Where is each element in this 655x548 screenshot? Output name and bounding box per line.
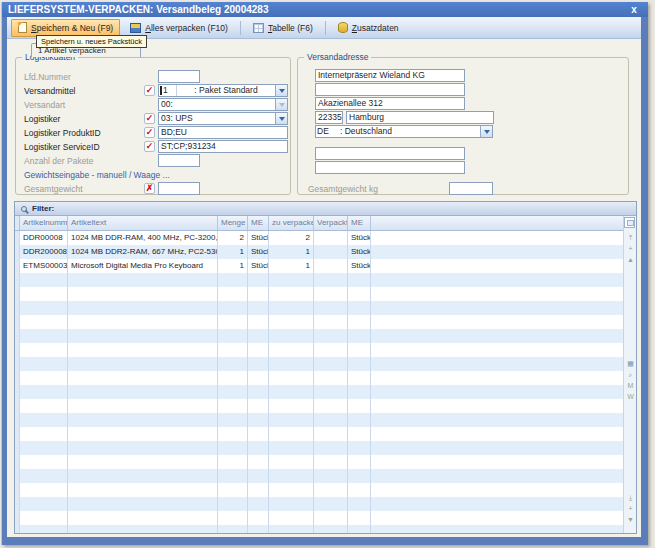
cell-verpackt [314,455,348,469]
cell-me [248,427,269,441]
scroll-to-top-icon[interactable]: ⤒ [624,232,637,243]
grid-row-empty[interactable] [15,385,623,399]
grid-row-empty[interactable] [15,511,623,525]
column-header-verpackt[interactable]: Verpackt [314,216,348,230]
grid-row-empty[interactable] [15,441,623,455]
grid-row-empty[interactable] [15,427,623,441]
logistiker-combo[interactable]: 03: UPS [158,112,288,125]
cell-artikelnummer [20,329,68,343]
additional-data-button[interactable]: Zusatzdaten [331,19,406,37]
cell-artikeltext [68,511,218,525]
grid-row-empty[interactable] [15,343,623,357]
grid-row-3[interactable]: ETMS00003Microsoft Digital Media Pro Key… [15,259,623,273]
cell-artikelnummer [20,525,68,533]
versandmittel-dropdown-icon[interactable] [275,85,287,96]
zoom-icon[interactable]: ⌕ [624,369,637,380]
sort-icon[interactable]: M [624,380,637,391]
cell-artikeltext [68,497,218,511]
cell-verpackt [314,497,348,511]
add-row-bottom-icon[interactable]: + [624,503,637,514]
cell-artikelnummer: ETMS00003 [20,259,68,273]
total-weight-kg-input[interactable] [449,182,493,195]
save-and-new-button[interactable]: Speichern & Neu (F9) [11,19,120,37]
address-country-combo[interactable]: DE : Deutschland [315,125,493,138]
address-name1-input[interactable]: Internetpräsenz Wieland KG [315,69,465,82]
add-row-icon[interactable]: + [624,243,637,254]
address-extra2-input[interactable] [315,161,465,174]
scroll-down-icon[interactable]: ▼ [624,514,637,525]
service-id-label: Logistiker ServiceID [24,142,100,152]
grid-row-empty[interactable] [15,301,623,315]
column-header-me[interactable]: ME [248,216,269,230]
grid-view-icon[interactable]: ▦ [624,358,637,369]
cell-menge: 2 [218,231,248,245]
cell-me [248,497,269,511]
versandmittel-check-icon[interactable]: ✓ [144,85,155,96]
grid-row-1[interactable]: DDR000081024 MB DDR-RAM, 400 MHz, PC-320… [15,231,623,245]
cell-me [248,483,269,497]
grid-row-empty[interactable] [15,329,623,343]
pack-all-button[interactable]: Alles verpacken (F10) [123,19,235,37]
logistiker-dropdown-icon[interactable] [275,113,287,124]
search-icon[interactable] [21,206,27,212]
address-zip-input[interactable]: 22335 [315,111,343,124]
grid-row-empty[interactable] [15,413,623,427]
grid-row-empty[interactable] [15,287,623,301]
table-button[interactable]: Tabelle (F6) [246,19,320,37]
cell-verpackt [314,441,348,455]
versandmittel-code-input[interactable]: 1 [159,85,177,96]
column-header-zu_verpacken[interactable]: zu verpacke [269,216,314,230]
address-street-input[interactable]: Akazienallee 312 [315,97,465,110]
cell-artikelnummer [20,273,68,287]
cell-me2 [348,287,371,301]
service-id-input[interactable]: ST;CP;931234 [158,140,288,153]
scroll-up-icon[interactable]: ▲ [624,254,637,265]
versandmittel-combo[interactable]: 1 : Paket Standard [158,84,288,97]
logistiker-check-icon[interactable]: ✓ [144,113,155,124]
cell-zu_verpacken [269,497,314,511]
address-city-input[interactable]: Hamburg [346,111,494,124]
cell-me [248,455,269,469]
column-header-menge[interactable]: Menge [218,216,248,230]
grid-row-empty[interactable] [15,469,623,483]
close-button[interactable]: x [626,3,642,16]
gesamtgewicht-input[interactable] [158,182,200,195]
grid-rows: DDR000081024 MB DDR-RAM, 400 MHz, PC-320… [15,231,623,533]
cell-verpackt [314,525,348,533]
produkt-id-input[interactable]: BD;EU [158,126,288,139]
grid-row-empty[interactable] [15,483,623,497]
gesamtgewicht-x-icon[interactable]: ✗ [144,183,155,194]
column-header-artikelnummer[interactable]: Artikelnummer [20,216,68,230]
filter-icon[interactable]: W [624,391,637,402]
grid-row-empty[interactable] [15,371,623,385]
address-name2-input[interactable] [315,83,465,96]
anzahl-pakete-input[interactable] [158,154,200,167]
address-extra1-input[interactable] [315,147,465,160]
cell-menge [218,343,248,357]
grid-row-empty[interactable] [15,315,623,329]
grid-row-empty[interactable] [15,357,623,371]
cell-filler [371,399,623,413]
grid-row-empty[interactable] [15,273,623,287]
country-dropdown-icon[interactable] [480,126,492,137]
cell-artikeltext [68,385,218,399]
scroll-to-bottom-icon[interactable]: ⤓ [624,492,637,503]
grid-side-scrollbar[interactable]: ⤒ + ▲ ▦ ⌕ M W ⤓ + ▼ [623,216,636,533]
lfd-nummer-input[interactable] [158,70,200,83]
cell-menge [218,455,248,469]
grid-row-empty[interactable] [15,399,623,413]
versandart-label: Versandart [24,100,65,110]
column-chooser-icon[interactable] [624,217,635,228]
column-header-artikeltext[interactable]: Artikeltext [68,216,218,230]
cell-filler [371,343,623,357]
grid-row-2[interactable]: DDR2000081024 MB DDR2-RAM, 667 MHz, PC2-… [15,245,623,259]
table-label: Tabelle (F6) [268,23,313,33]
service-id-check-icon[interactable]: ✓ [144,141,155,152]
address-country-code: DE [316,126,338,137]
cell-zu_verpacken [269,399,314,413]
produkt-id-check-icon[interactable]: ✓ [144,127,155,138]
grid-row-empty[interactable] [15,497,623,511]
grid-row-empty[interactable] [15,455,623,469]
column-header-me2[interactable]: ME [348,216,371,230]
grid-row-empty[interactable] [15,525,623,533]
